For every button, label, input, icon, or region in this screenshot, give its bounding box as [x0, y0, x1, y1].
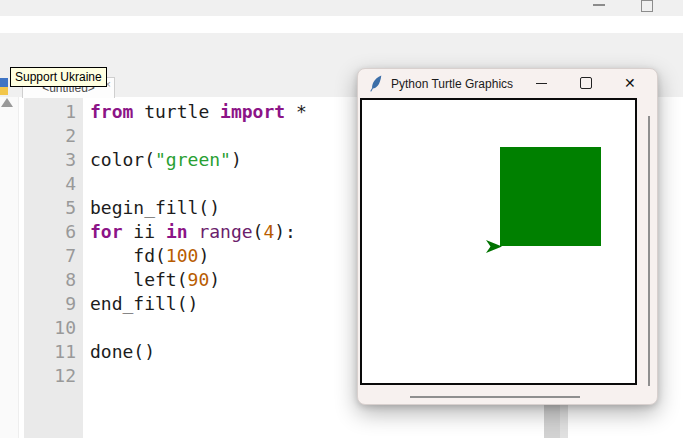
ide-menubar: [0, 16, 683, 33]
line-number: 2: [24, 124, 76, 148]
line-number: 11: [24, 340, 76, 364]
line-number-gutter: 123456789101112: [24, 100, 83, 388]
support-ukraine-flag-icon[interactable]: [0, 78, 8, 95]
code-line[interactable]: begin_fill(): [90, 196, 307, 220]
turtle-window-title: Python Turtle Graphics: [391, 77, 513, 91]
line-number: 8: [24, 268, 76, 292]
scroll-up-arrow-icon[interactable]: [1, 98, 13, 107]
turtle-window-titlebar[interactable]: Python Turtle Graphics ✕: [358, 69, 657, 98]
code-line[interactable]: for ii in range(4):: [90, 220, 307, 244]
screen: <untitled> × Support Ukraine 12345678910…: [0, 0, 683, 438]
line-number: 10: [24, 316, 76, 340]
code-line[interactable]: fd(100): [90, 244, 307, 268]
code-line[interactable]: from turtle import *: [90, 100, 307, 124]
flag-blue-stripe: [0, 78, 8, 87]
turtle-horizontal-scrollbar[interactable]: [410, 396, 580, 398]
line-number: 5: [24, 196, 76, 220]
turtle-minimize-button[interactable]: [536, 83, 547, 84]
line-number: 3: [24, 148, 76, 172]
code-lines[interactable]: from turtle import *color("green")begin_…: [90, 100, 307, 388]
code-line[interactable]: left(90): [90, 268, 307, 292]
turtle-maximize-button[interactable]: [580, 77, 592, 89]
drawn-green-square: [500, 147, 601, 246]
turtle-vertical-scrollbar[interactable]: [648, 116, 650, 386]
support-ukraine-tooltip: Support Ukraine: [10, 67, 107, 87]
ide-titlebar: [0, 0, 683, 16]
editor-vertical-scrollbar[interactable]: [544, 405, 568, 438]
turtle-canvas[interactable]: [360, 98, 637, 385]
code-line[interactable]: color("green"): [90, 148, 307, 172]
line-number: 1: [24, 100, 76, 124]
line-number: 6: [24, 220, 76, 244]
ide-minimize-icon[interactable]: [593, 4, 605, 6]
line-number: 9: [24, 292, 76, 316]
line-number: 7: [24, 244, 76, 268]
editor-left-scrollbar[interactable]: [0, 97, 19, 438]
code-line[interactable]: [90, 124, 307, 148]
code-line[interactable]: done(): [90, 340, 307, 364]
line-number: 12: [24, 364, 76, 388]
code-line[interactable]: [90, 172, 307, 196]
flag-yellow-stripe: [0, 87, 8, 95]
turtle-graphics-window: Python Turtle Graphics ✕: [357, 68, 658, 405]
turtle-close-button[interactable]: ✕: [624, 70, 636, 97]
tk-feather-icon: [369, 75, 382, 92]
code-line[interactable]: end_fill(): [90, 292, 307, 316]
code-line[interactable]: [90, 316, 307, 340]
code-line[interactable]: [90, 364, 307, 388]
line-number: 4: [24, 172, 76, 196]
ide-maximize-icon[interactable]: [641, 0, 653, 12]
